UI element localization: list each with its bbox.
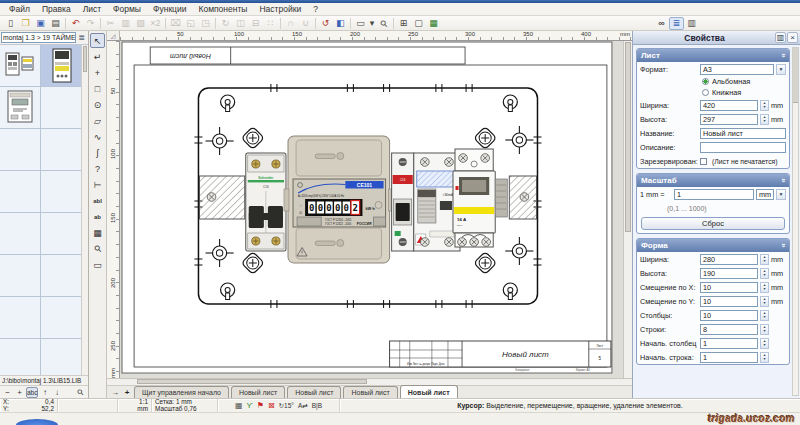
mirror-text-icon[interactable]: B|B bbox=[312, 402, 322, 409]
panel-drawing[interactable]: Schneider C16 bbox=[194, 84, 541, 308]
menu-components[interactable]: Компоненты bbox=[192, 4, 253, 14]
spinner[interactable]: ▴▾ bbox=[760, 324, 769, 335]
sheet-width-input[interactable]: 420 bbox=[700, 100, 758, 111]
form-rows-input[interactable]: 8 bbox=[700, 324, 758, 335]
menu-settings[interactable]: Настройки bbox=[253, 4, 307, 14]
bring-front-button[interactable]: ◱ bbox=[183, 17, 198, 30]
tool-zigzag[interactable]: ∿ bbox=[90, 129, 105, 144]
form-height-input[interactable]: 190 bbox=[700, 268, 758, 279]
breaker-1p[interactable]: C16 bbox=[392, 153, 414, 251]
grid-icon[interactable]: ▦ bbox=[235, 401, 243, 410]
tool-polyline[interactable]: ↵ bbox=[90, 49, 105, 64]
form-start-col-input[interactable]: 1 bbox=[700, 338, 758, 349]
scale-value-input[interactable]: 1 bbox=[674, 189, 754, 200]
menu-functions[interactable]: Функции bbox=[147, 4, 193, 14]
find-icon[interactable]: ∞ bbox=[654, 17, 669, 30]
thumbnail-timer-small[interactable] bbox=[1, 46, 39, 85]
drawing-viewport[interactable]: Новый лист bbox=[120, 41, 623, 378]
form-width-input[interactable]: 280 bbox=[700, 254, 758, 265]
form-offset-y-input[interactable]: 10 bbox=[700, 296, 758, 307]
mirror-v-button[interactable]: ⊟ bbox=[248, 17, 263, 30]
tool-curve[interactable]: ʃ bbox=[90, 145, 105, 160]
pages-icon[interactable]: ▥ bbox=[684, 17, 699, 30]
send-back-button[interactable]: ◳ bbox=[198, 17, 213, 30]
tool-text-abl[interactable]: abl bbox=[90, 193, 105, 208]
scale-reset-button[interactable]: Сброс bbox=[641, 217, 785, 230]
spinner[interactable]: ▴▾ bbox=[760, 114, 769, 125]
labels-toggle-button[interactable]: abc bbox=[26, 387, 38, 398]
hierarchy-button[interactable]: ⊞ bbox=[396, 17, 411, 30]
tool-circle[interactable]: ⊙ bbox=[90, 97, 105, 112]
tab-add-button[interactable]: + bbox=[122, 387, 132, 398]
collapse-chevron-icon[interactable]: » bbox=[778, 243, 787, 247]
tab-prev-button[interactable]: → bbox=[110, 387, 120, 398]
shape-tool-button[interactable]: ▭ bbox=[353, 17, 368, 30]
mirror-h-button[interactable]: ◫ bbox=[233, 17, 248, 30]
spinner[interactable]: ▴▾ bbox=[760, 268, 769, 279]
thumbnail-timer-selected[interactable] bbox=[42, 45, 82, 86]
sheet-tab-active[interactable]: Новый лист bbox=[400, 385, 458, 398]
form-columns-input[interactable]: 10 bbox=[700, 310, 758, 321]
undo-button[interactable]: ↶ bbox=[68, 17, 83, 30]
spinner[interactable]: ▴▾ bbox=[760, 310, 769, 321]
update-button[interactable]: ↺ bbox=[318, 17, 333, 30]
unlock-button[interactable]: ∪ bbox=[298, 17, 313, 30]
group-button[interactable]: ∷ bbox=[263, 17, 278, 30]
menu-help[interactable]: ? bbox=[307, 4, 324, 14]
properties-scrollbar-thumb[interactable] bbox=[793, 48, 798, 103]
remove-button[interactable]: − bbox=[2, 387, 13, 398]
print-button[interactable]: ▤ bbox=[48, 17, 63, 30]
save-button[interactable]: ▣ bbox=[33, 17, 48, 30]
cut-button[interactable]: ✂ bbox=[103, 17, 118, 30]
collapse-chevron-icon[interactable]: » bbox=[778, 178, 787, 182]
spinner[interactable]: ▴▾ bbox=[760, 296, 769, 307]
reserved-checkbox[interactable] bbox=[700, 158, 707, 165]
pages-icon[interactable]: ▥ bbox=[775, 32, 786, 43]
format-select[interactable]: A3 bbox=[700, 64, 774, 75]
move-down-button[interactable]: ↓ bbox=[51, 387, 62, 398]
rotate-step-icon[interactable]: ↻15° bbox=[279, 402, 294, 410]
component-button[interactable]: ▦ bbox=[426, 17, 441, 30]
library-dropdown[interactable]: montaj 1.3 > 19 ТАЙМЕРЫ ▾ bbox=[1, 32, 76, 43]
copy-button[interactable]: ▥ bbox=[118, 17, 133, 30]
menu-file[interactable]: Файл bbox=[3, 4, 36, 14]
sheet-tab[interactable]: Щит управления начало bbox=[134, 386, 229, 398]
tool-node[interactable]: + bbox=[90, 65, 105, 80]
spinner[interactable]: ▴▾ bbox=[760, 338, 769, 349]
properties-scrollbar[interactable] bbox=[792, 47, 799, 396]
form-offset-x-input[interactable]: 10 bbox=[700, 282, 758, 293]
scale-unit-select[interactable]: mm bbox=[756, 189, 774, 200]
sheet-tab[interactable]: Новый лист bbox=[287, 386, 341, 398]
sheet-tab[interactable]: Новый лист bbox=[231, 386, 285, 398]
menu-edit[interactable]: Правка bbox=[36, 4, 77, 14]
tool-rectangle[interactable]: □ bbox=[90, 81, 105, 96]
duplicate-button[interactable]: ×2 bbox=[148, 17, 163, 30]
tool-zoom[interactable]: ⚲ bbox=[87, 238, 108, 259]
new-button[interactable]: ▯ bbox=[3, 17, 18, 30]
properties-toggle-icon[interactable]: ≣ bbox=[669, 17, 684, 30]
spinner[interactable]: ▴▾ bbox=[760, 254, 769, 265]
library-list-icon[interactable]: ≣ bbox=[76, 32, 87, 43]
panel-button[interactable]: ◧ bbox=[333, 17, 348, 30]
pin-icon[interactable]: ⚑ bbox=[257, 401, 264, 410]
canvas-horizontal-scrollbar[interactable] bbox=[107, 378, 632, 385]
rotate-button[interactable]: ↻ bbox=[218, 17, 233, 30]
tool-select[interactable]: ↖ bbox=[90, 33, 105, 48]
orientation-portrait-radio[interactable] bbox=[702, 89, 709, 96]
collapse-chevron-icon[interactable]: » bbox=[778, 53, 787, 57]
sheet-description-input[interactable] bbox=[700, 142, 786, 153]
energy-meter[interactable]: CE101 A+3200 imp/(kW·h) 230V 5-60A 50 Hz… bbox=[284, 136, 394, 263]
open-button[interactable]: ❒ bbox=[18, 17, 33, 30]
sheet-tab[interactable]: Новый лист bbox=[343, 386, 397, 398]
tool-polygon[interactable]: ▱ bbox=[90, 113, 105, 128]
library-thumbnail-grid[interactable] bbox=[0, 44, 88, 375]
library-scrollbar-thumb[interactable] bbox=[83, 46, 87, 72]
lock-button[interactable]: ∩ bbox=[283, 17, 298, 30]
tool-dimension[interactable]: ⊢ bbox=[90, 177, 105, 192]
window-button[interactable]: ▢ bbox=[411, 17, 426, 30]
form-start-row-input[interactable]: 1 bbox=[700, 352, 758, 363]
chevron-down-icon[interactable]: ▼ bbox=[776, 64, 786, 75]
move-up-button[interactable]: ↑ bbox=[39, 387, 50, 398]
redo-button[interactable]: ↷ bbox=[83, 17, 98, 30]
section-scale-header[interactable]: Масштаб » bbox=[637, 174, 789, 187]
